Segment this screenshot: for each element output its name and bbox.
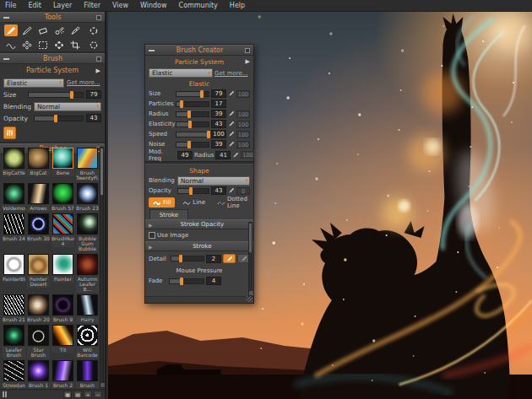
brush-item[interactable]: Painter Desert bbox=[27, 254, 50, 293]
brush-thumbnail[interactable] bbox=[77, 294, 98, 315]
rect-select-tool[interactable] bbox=[36, 39, 50, 51]
panel-square-icon[interactable] bbox=[96, 57, 101, 62]
fade-slider[interactable] bbox=[169, 278, 204, 284]
brush-thumbnail[interactable] bbox=[52, 254, 73, 275]
brush-thumbnail[interactable] bbox=[52, 148, 73, 169]
brush-item[interactable]: Arrows bbox=[27, 183, 50, 212]
menu-item-file[interactable]: File bbox=[5, 2, 16, 9]
brush-thumbnail[interactable] bbox=[52, 325, 73, 346]
slider-value[interactable]: 43 bbox=[211, 120, 226, 128]
detail-pen-on-button[interactable] bbox=[223, 254, 236, 263]
brush-item[interactable]: Brush 21 bbox=[3, 294, 25, 323]
brush-thumbnail[interactable] bbox=[3, 183, 24, 204]
brush-panel-header[interactable]: Brush bbox=[0, 53, 105, 64]
particle-system-section[interactable]: Particle System ▶ bbox=[145, 56, 253, 67]
size-value[interactable]: 79 bbox=[86, 90, 101, 99]
airbrush-tool[interactable] bbox=[52, 24, 66, 36]
shape-blending-dropdown[interactable]: Normal ▾ bbox=[177, 176, 250, 186]
crop-tool[interactable] bbox=[68, 39, 82, 51]
brush-item[interactable]: BrushName 4 bbox=[52, 213, 74, 252]
use-image-checkbox[interactable] bbox=[149, 232, 155, 239]
stroke-tab[interactable]: Stroke bbox=[149, 209, 188, 219]
brush-thumbnail[interactable] bbox=[3, 360, 24, 381]
slider-track[interactable] bbox=[176, 111, 209, 117]
tools-panel-header[interactable]: Tools bbox=[0, 12, 105, 23]
panel-square-icon[interactable] bbox=[245, 48, 250, 53]
preset-dropdown[interactable]: Elastic ▾ bbox=[149, 68, 213, 78]
line-mode-button[interactable]: Line bbox=[178, 197, 209, 208]
menu-item-window[interactable]: Window bbox=[140, 2, 167, 9]
brush-thumbnail[interactable] bbox=[52, 360, 73, 381]
brush-thumbnail[interactable] bbox=[3, 325, 24, 346]
menu-item-help[interactable]: Help bbox=[230, 2, 245, 9]
brush-item[interactable]: Brush 1 bbox=[27, 360, 50, 389]
opacity-value[interactable]: 43 bbox=[86, 114, 101, 122]
preset-dropdown[interactable]: Elastic ▾ bbox=[3, 78, 64, 88]
fill-mode-button[interactable]: Fill bbox=[149, 197, 175, 208]
brush-thumbnail[interactable] bbox=[28, 360, 49, 381]
pressure-pen-icon[interactable] bbox=[228, 90, 235, 97]
brush-item[interactable]: Bene bbox=[52, 148, 74, 181]
brush-item[interactable]: PainterBW bbox=[3, 254, 25, 293]
mod-freq-value[interactable]: 49 bbox=[177, 151, 193, 159]
opacity-slider[interactable] bbox=[34, 116, 84, 121]
brush-item[interactable]: Stroodan... Brush bbox=[3, 360, 25, 389]
expand-arrow-icon[interactable]: ▶ bbox=[96, 67, 100, 74]
brush-item[interactable]: BigCatYe bbox=[3, 148, 25, 181]
brush-item[interactable]: Hairy bbox=[76, 294, 99, 323]
pressure-pen-icon[interactable] bbox=[232, 152, 239, 159]
brush-item[interactable]: Brush 9 bbox=[52, 294, 74, 323]
brush-item[interactable]: Brush 57 bbox=[52, 183, 74, 212]
view-grid-button[interactable]: ▤ bbox=[73, 391, 82, 398]
pressure-pen-icon[interactable] bbox=[228, 141, 235, 148]
slider-value[interactable]: 39 bbox=[211, 110, 226, 118]
brush-item[interactable]: Star Brush bbox=[27, 325, 50, 359]
rotate-ring-tool[interactable] bbox=[87, 24, 100, 36]
target-ring-tool[interactable] bbox=[87, 39, 100, 51]
brush-thumbnail[interactable] bbox=[52, 213, 73, 235]
remove-brush-button[interactable]: − bbox=[94, 391, 102, 398]
brush-thumbnail[interactable] bbox=[28, 294, 49, 315]
detail-slider[interactable] bbox=[171, 256, 204, 262]
collapse-icon[interactable] bbox=[149, 50, 155, 51]
particle-system-section[interactable]: Particle System ▶ bbox=[0, 64, 105, 77]
shape-opacity-slider[interactable] bbox=[177, 188, 209, 194]
get-more-link[interactable]: Get more... bbox=[67, 79, 100, 86]
slider-track[interactable] bbox=[176, 101, 209, 107]
add-brush-button[interactable]: + bbox=[84, 391, 92, 398]
brush-thumbnail[interactable] bbox=[77, 148, 98, 169]
drag-grip-icon[interactable] bbox=[3, 391, 7, 397]
brush-item[interactable]: Autumn Leafer B... bbox=[76, 254, 99, 293]
pencil-tool[interactable] bbox=[20, 24, 34, 36]
get-more-link[interactable]: Get more... bbox=[214, 70, 248, 77]
brush-item[interactable]: Voldemort bbox=[3, 183, 25, 212]
pressure-pen-icon[interactable] bbox=[228, 111, 235, 117]
brush-creator-titlebar[interactable]: Brush Creator bbox=[145, 45, 253, 56]
brush-thumbnail[interactable] bbox=[77, 183, 98, 204]
menu-item-view[interactable]: View bbox=[112, 2, 128, 9]
pressure-pen-icon[interactable] bbox=[228, 121, 235, 127]
brush-item[interactable]: Bubble Gum Bubble bbox=[76, 213, 99, 252]
dotted-line-mode-button[interactable]: Dotted Line bbox=[213, 194, 252, 211]
brush-item[interactable]: Brush 24 bbox=[3, 213, 25, 252]
size-slider[interactable] bbox=[28, 92, 84, 98]
brush-item[interactable]: Brush TwentyFi... bbox=[76, 148, 99, 181]
paintbrush-tool[interactable] bbox=[4, 24, 18, 36]
brush-thumbnail[interactable] bbox=[77, 360, 98, 381]
radius2-value[interactable]: 41 bbox=[215, 151, 231, 159]
brush-thumbnail[interactable] bbox=[3, 148, 24, 169]
brush-thumbnail[interactable] bbox=[77, 325, 98, 346]
collapse-icon[interactable] bbox=[3, 58, 9, 60]
wave-tool[interactable] bbox=[4, 39, 18, 51]
swirl-tool[interactable] bbox=[20, 39, 34, 51]
brush-thumbnail[interactable] bbox=[28, 148, 49, 169]
detail-value[interactable]: 2 bbox=[206, 255, 221, 263]
brush-thumbnail[interactable] bbox=[77, 254, 98, 275]
slider-track[interactable] bbox=[176, 91, 209, 97]
slider-value[interactable]: 100 bbox=[211, 130, 226, 138]
brush-thumbnail[interactable] bbox=[52, 183, 73, 204]
brush-thumbnail[interactable] bbox=[28, 254, 49, 275]
slider-track[interactable] bbox=[176, 132, 209, 137]
collapse-triangle-icon[interactable]: ▶ bbox=[149, 244, 153, 250]
brush-thumbnail[interactable] bbox=[28, 325, 49, 346]
